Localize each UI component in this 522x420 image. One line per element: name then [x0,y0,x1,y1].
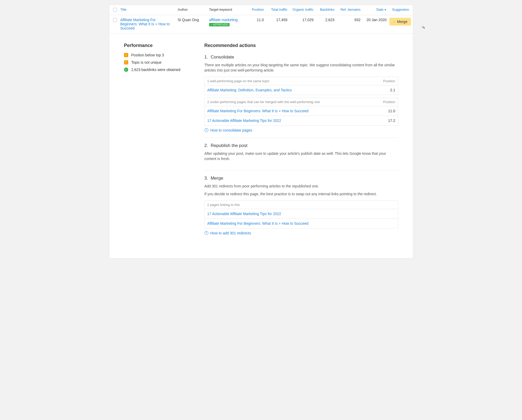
col-author: Author [178,8,209,11]
action-description: Add 301 redirects from poor performing a… [204,184,398,189]
mini-row-value: 11.0 [388,109,395,113]
mini-table-head-right: Position [383,79,395,83]
question-icon: ? [204,128,208,132]
performance-column: Performance !Position below top 3!Topic … [124,43,192,246]
mini-table-row: Affiliate Marketing For Beginners: What … [205,106,398,116]
mini-table: 2 pages linking to this17 Actionable Aff… [204,200,398,228]
action-number: 2. [204,143,208,148]
row-author: Si Quan Ong [178,18,209,22]
detail-panel: Performance !Position below top 3!Topic … [109,33,413,258]
recommended-column: Recommended actions 1.ConsolidateThere a… [204,43,398,246]
table-header: Title Author Target keyword Position Tot… [109,5,413,15]
recommended-heading: Recommended actions [204,43,398,48]
sort-desc-icon: ▼ [384,8,387,11]
mini-row-value: 2.1 [390,88,395,92]
col-suggestion[interactable]: Suggestion [387,8,409,11]
col-title[interactable]: Title [120,8,178,11]
col-total-traffic[interactable]: Total traffic [264,8,288,11]
performance-item: ✓2,623 backlinks were obtained [124,68,192,72]
action-name: Consolidate [211,55,234,60]
chevron-up-icon: ︿ [393,20,396,23]
performance-item: !Topic is not unique [124,60,192,64]
help-link-text: How to consolidate pages [210,128,252,132]
row-title-link[interactable]: Affiliate Marketing For Beginners: What … [120,18,178,30]
approved-badge: ✓ APPROVED [209,23,230,26]
question-icon: ? [204,231,208,235]
table-row: Affiliate Marketing For Beginners: What … [109,15,413,33]
mini-row-link[interactable]: Affiliate Marketing: Definition, Example… [207,88,292,92]
action-block: 2.Republish the postAfter updating your … [204,143,398,171]
row-position: 11.0 [246,18,264,22]
action-block: 1.ConsolidateThere are multiple articles… [204,55,398,138]
row-ref-domains: 932 [335,18,361,22]
action-description: There are multiple articles on your blog… [204,62,398,73]
col-position[interactable]: Position [246,8,264,11]
mini-table-row: Affiliate Marketing: Definition, Example… [205,85,398,95]
performance-heading: Performance [124,43,192,48]
warning-icon: ! [124,53,128,57]
col-ref-domains[interactable]: Ref. domains [335,8,361,11]
row-organic-traffic: 17,029 [288,18,314,22]
action-name: Republish the post [211,143,248,148]
mini-table-head-left: 2 pages linking to this [207,203,240,207]
select-all-checkbox[interactable] [113,8,117,12]
cursor-icon [421,26,426,30]
mini-row-value: 17.2 [388,119,395,123]
col-target-keyword: Target keyword [209,8,246,11]
col-organic-traffic[interactable]: Organic traffic [288,8,314,11]
col-date[interactable]: Date▼ [361,8,387,11]
mini-table-head-left: 2 under-performing pages that can be mer… [207,100,320,104]
help-link[interactable]: ?How to consolidate pages [204,128,398,132]
col-date-label: Date [376,8,383,11]
mini-table: 2 under-performing pages that can be mer… [204,98,398,126]
mini-row-link[interactable]: 17 Actionable Affiliate Marketing Tips f… [207,119,281,123]
mini-table-head-right: Position [383,100,395,104]
mini-table: 1 well-performing page on the same topic… [204,77,398,95]
mini-table-head-left: 1 well-performing page on the same topic [207,79,269,83]
action-name: Merge [211,176,223,181]
help-link-text: How to add 301 redirects [210,231,251,235]
performance-item-text: Topic is not unique [131,60,162,64]
check-icon: ✓ [124,68,128,72]
merge-button[interactable]: ︿ Merge [389,18,411,26]
mini-table-row: 17 Actionable Affiliate Marketing Tips f… [205,209,398,219]
action-description: If you decide to redirect this page, the… [204,191,398,197]
row-date: 20 Jan 2020 [361,18,387,22]
performance-item-text: Position below top 3 [131,53,164,57]
col-backlinks[interactable]: Backlinks [314,8,335,11]
mini-row-link[interactable]: 17 Actionable Affiliate Marketing Tips f… [207,212,281,216]
row-total-traffic: 17,459 [264,18,288,22]
action-block: 3.MergeAdd 301 redirects from poor perfo… [204,176,398,240]
row-backlinks: 2,623 [314,18,335,22]
warning-icon: ! [124,60,128,64]
action-description: After updating your post, make sure to u… [204,151,398,162]
performance-item: !Position below top 3 [124,53,192,57]
merge-button-label: Merge [397,20,408,24]
mini-table-row: Affiliate Marketing For Beginners: What … [205,219,398,228]
action-number: 3. [204,176,208,181]
row-keyword-link[interactable]: affiliate marketing [209,18,246,22]
mini-row-link[interactable]: Affiliate Marketing For Beginners: What … [207,109,309,113]
performance-item-text: 2,623 backlinks were obtained [131,68,180,72]
mini-row-link[interactable]: Affiliate Marketing For Beginners: What … [207,221,309,226]
row-checkbox[interactable] [113,18,117,22]
action-number: 1. [204,55,208,60]
mini-table-row: 17 Actionable Affiliate Marketing Tips f… [205,116,398,125]
help-link[interactable]: ?How to add 301 redirects [204,231,398,235]
